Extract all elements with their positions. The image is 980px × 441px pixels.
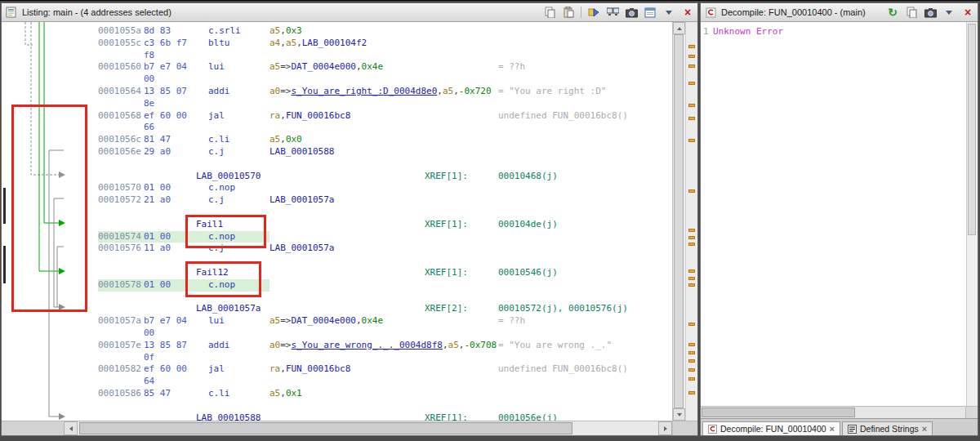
field-xref-targets[interactable]: 00010546(j): [498, 267, 558, 279]
field-bytes[interactable]: ef 60 00: [144, 363, 208, 376]
listing-row[interactable]: 00010568ef 60 00jalra,FUN_00016bc8undefi…: [98, 110, 672, 122]
listing-row[interactable]: 00010582ef 60 00jalra,FUN_00016bc8undefi…: [98, 363, 672, 376]
field-mnemonic[interactable]: c.j: [208, 194, 270, 207]
field-label[interactable]: LAB_00010588: [196, 412, 425, 421]
scrollbar-thumb[interactable]: [674, 34, 684, 408]
operand-token[interactable]: 0x1: [286, 388, 302, 399]
field-bytes[interactable]: 13 85 87: [144, 340, 208, 352]
scrollbar-thumb[interactable]: [702, 408, 855, 417]
field-bytes[interactable]: 11 a0: [144, 243, 208, 255]
overview-marker[interactable]: [688, 45, 695, 48]
operand-token[interactable]: ra: [270, 110, 280, 121]
listing-row[interactable]: Fail12XREF[1]:00010546(j): [98, 267, 672, 279]
field-address[interactable]: 0001057a: [98, 315, 144, 327]
operand-token[interactable]: a4: [270, 38, 280, 48]
field-mnemonic[interactable]: [208, 327, 270, 340]
field-operands[interactable]: a5=>DAT_0004e000,0x4e: [270, 315, 498, 327]
field-xref-header[interactable]: XREF[1]:: [425, 412, 498, 421]
field-address[interactable]: 00010578: [98, 279, 144, 292]
operand-token[interactable]: =>: [280, 86, 291, 96]
operand-token[interactable]: -0x720: [459, 86, 492, 96]
operand-token[interactable]: ,: [280, 134, 286, 145]
operand-token[interactable]: ,: [443, 340, 448, 350]
clone-window-icon[interactable]: [644, 6, 657, 19]
field-operands[interactable]: [270, 327, 498, 340]
listing-row[interactable]: [98, 207, 672, 219]
field-bytes[interactable]: 85 47: [144, 388, 208, 400]
operand-token[interactable]: ,: [280, 110, 286, 121]
field-operands[interactable]: a5=>DAT_0004e000,0x4e: [270, 61, 498, 74]
operand-token[interactable]: 0x3: [286, 25, 302, 36]
field-label[interactable]: Fail1: [196, 219, 425, 231]
operand-token[interactable]: s_You_are_right_:D_0004d8e0: [292, 86, 438, 96]
close-icon[interactable]: ×: [681, 6, 694, 19]
field-bytes[interactable]: 01 00: [144, 231, 208, 243]
field-label[interactable]: Fail12: [196, 267, 425, 279]
field-address[interactable]: 00010560: [98, 61, 144, 74]
overview-marker[interactable]: [688, 55, 695, 58]
operand-token[interactable]: =>: [280, 315, 291, 326]
operand-token[interactable]: a5: [448, 340, 459, 350]
operand-token[interactable]: a5: [270, 61, 280, 72]
cursor-location-icon[interactable]: [587, 6, 600, 19]
field-mnemonic[interactable]: jal: [208, 110, 270, 122]
operand-token[interactable]: LAB_0001057a: [270, 194, 334, 205]
operand-token[interactable]: ,: [356, 315, 362, 326]
operand-token[interactable]: FUN_00016bc8: [286, 363, 350, 374]
field-address[interactable]: [98, 352, 144, 364]
scrollbar-track[interactable]: [78, 421, 658, 435]
field-bytes[interactable]: 00: [144, 74, 208, 86]
field-address[interactable]: [98, 50, 144, 62]
overview-marker[interactable]: [688, 359, 695, 363]
operand-token[interactable]: ,: [356, 61, 362, 72]
operand-token[interactable]: a5: [286, 38, 296, 48]
operand-token[interactable]: 0x4e: [362, 315, 384, 326]
paste-icon[interactable]: [562, 6, 575, 19]
field-mnemonic[interactable]: [208, 98, 270, 110]
field-mnemonic[interactable]: lui: [208, 315, 270, 327]
field-mnemonic[interactable]: c.li: [208, 388, 270, 400]
listing-row[interactable]: 0001056413 85 07addia0=>s_You_are_right_…: [98, 86, 672, 98]
field-address[interactable]: 00010572: [98, 194, 144, 207]
menu-chevron-icon[interactable]: [662, 6, 675, 19]
field-mnemonic[interactable]: c.srli: [208, 25, 270, 38]
operand-token[interactable]: =>: [280, 340, 291, 350]
field-address[interactable]: 00010582: [98, 363, 144, 376]
field-bytes[interactable]: 81 47: [144, 134, 208, 146]
field-address[interactable]: 00010586: [98, 388, 144, 400]
listing-horizontal-scrollbar[interactable]: [2, 421, 697, 435]
operand-token[interactable]: ,: [280, 388, 286, 399]
field-mnemonic[interactable]: [208, 376, 270, 388]
listing-row[interactable]: [98, 255, 672, 267]
field-bytes[interactable]: 00: [144, 327, 208, 340]
field-mnemonic[interactable]: addi: [208, 340, 270, 352]
operand-token[interactable]: ,: [296, 38, 302, 48]
listing-row[interactable]: 0001057401 00c.nop: [98, 231, 672, 243]
overview-marker[interactable]: [688, 117, 695, 120]
operand-token[interactable]: LAB_00010588: [270, 146, 334, 157]
overview-marker[interactable]: [688, 82, 695, 85]
scroll-up-button[interactable]: [673, 22, 685, 34]
overview-marker[interactable]: [688, 104, 695, 107]
field-bytes[interactable]: 8d 83: [144, 25, 208, 38]
overview-marker[interactable]: [688, 236, 695, 239]
listing-row[interactable]: 64: [98, 376, 672, 388]
field-operands[interactable]: a0=>s_You_are_wrong_._._0004d8f8,a5,-0x7…: [270, 340, 498, 352]
tab-defined-strings[interactable]: Defined Strings ×: [842, 421, 933, 435]
field-operands[interactable]: LAB_00010588: [270, 146, 498, 158]
field-bytes[interactable]: 29 a0: [144, 146, 208, 158]
field-xref-targets[interactable]: 00010468(j): [498, 171, 558, 183]
field-operands[interactable]: ra,FUN_00016bc8: [270, 363, 498, 376]
field-operands[interactable]: [270, 352, 498, 364]
listing-row[interactable]: 0001057801 00c.nop: [98, 279, 672, 292]
field-operands[interactable]: a5,0x0: [270, 134, 498, 146]
tab-close-icon[interactable]: ×: [922, 425, 927, 433]
operand-token[interactable]: -0x708: [464, 340, 497, 350]
overview-marker[interactable]: [688, 323, 695, 326]
field-operands[interactable]: a4,a5,LAB_000104f2: [270, 38, 498, 50]
snapshot-camera-icon[interactable]: [625, 6, 638, 19]
overview-marker[interactable]: [688, 343, 695, 346]
tab-decompile[interactable]: Decompile: FUN_00010400 ×: [702, 421, 840, 435]
field-operands[interactable]: [270, 98, 498, 110]
decompiler-body[interactable]: 1Unknown Error: [701, 22, 978, 406]
